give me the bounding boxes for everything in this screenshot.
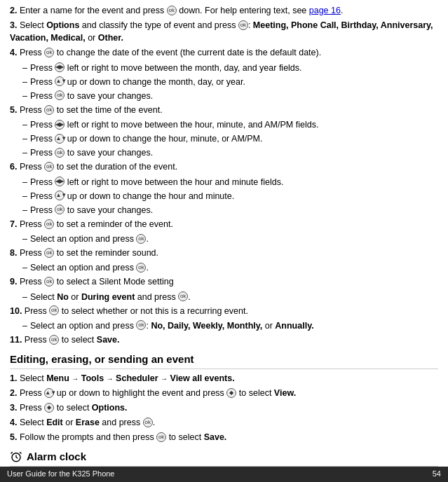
ok-icon-edit4: ok (143, 418, 153, 427)
item-4-dash-3: Press ok to save your changes. (10, 90, 438, 102)
footer-bar: User Guide for the K325 Phone 54 (0, 467, 448, 482)
ok-icon-8a: ok (136, 263, 146, 273)
list-item-9: 9. Press ok to select a Silent Mode sett… (10, 275, 438, 288)
page: 2. Enter a name for the event and press … (0, 0, 448, 482)
nav-icon-5b: ▲▼ (55, 134, 65, 144)
item-6-num: 6. (10, 162, 17, 172)
item-3-num: 3. (10, 20, 17, 30)
list-item-10: 10. Press ok to select whether or not th… (10, 305, 438, 317)
item-9-dash-1: Select No or During event and press ok. (10, 291, 438, 303)
ok-icon-9: ok (44, 277, 54, 287)
nav-icon-4b: ▲▼ (55, 76, 65, 86)
nav-icon-6b: ▲▼ (55, 191, 65, 200)
ok-icon-6: ok (44, 162, 54, 172)
ok-icon-3: ok (238, 20, 248, 30)
item-10-dash-1: Select an option and press ok: No, Daily… (10, 319, 438, 332)
ok-icon-6c: ok (55, 205, 65, 214)
ok-icon-edit5: ok (156, 432, 166, 442)
list-item-8: 8. Press ok to set the reminder sound. (10, 247, 438, 259)
item-4-num: 4. (10, 48, 17, 57)
list-item-5: 5. Press ok to set the time of the event… (10, 104, 438, 116)
edit-5-num: 5. (10, 432, 17, 442)
ok-icon-4c: ok (55, 90, 65, 100)
svg-line-4 (20, 453, 21, 454)
nav-icon-4a: ◀▶ (55, 62, 65, 72)
nav-icon-5a: ◀▶ (55, 120, 65, 130)
item-7-dash-1: Select an option and press ok. (10, 233, 438, 245)
back-icon-edit2: ◆ (226, 388, 236, 398)
content: 2. Enter a name for the event and press … (10, 4, 438, 482)
edit-1-num: 1. (10, 373, 17, 383)
edit-2-num: 2. (10, 388, 17, 398)
item-8-num: 8. (10, 248, 17, 258)
edit-item-2: 2. Press ▲▼ up or down to highlight the … (10, 387, 438, 399)
item-10-num: 10. (10, 306, 22, 316)
item-4-dash-2: Press ▲▼ up or down to change the month,… (10, 76, 438, 88)
ok-icon-4: ok (44, 48, 54, 57)
ok-icon-9a: ok (178, 291, 188, 301)
item-7-num: 7. (10, 219, 17, 229)
item-6-dash-1: Press ◀▶ left or right to move between t… (10, 176, 438, 188)
ok-icon-7: ok (44, 219, 54, 229)
ok-icon-5c: ok (55, 148, 65, 158)
list-item-4: 4. Press ok to change the date of the ev… (10, 46, 438, 59)
alarm-heading-text: Alarm clock (27, 449, 86, 464)
item-5-num: 5. (10, 105, 17, 115)
footer-left: User Guide for the K325 Phone (7, 469, 114, 480)
item-5-dash-2: Press ▲▼ up or down to change the hour, … (10, 132, 438, 145)
list-item-11: 11. Press ok to select Save. (10, 333, 438, 346)
nav-icon-edit2: ▲▼ (44, 388, 54, 398)
item-9-num: 9. (10, 277, 17, 287)
item-11-num: 11. (10, 335, 22, 345)
list-item-2: 2. Enter a name for the event and press … (10, 4, 438, 17)
item-5-dash-1: Press ◀▶ left or right to move between t… (10, 118, 438, 131)
alarm-heading: Alarm clock (10, 449, 438, 467)
alarm-clock-icon (10, 450, 22, 463)
editing-heading: Editing, erasing, or sending an event (10, 352, 438, 369)
list-item-3: 3. Select Options and classify the type … (10, 19, 438, 44)
nav-icon-6a: ◀▶ (55, 177, 65, 186)
ok-icon-10a: ok (136, 320, 146, 330)
item-8-dash-1: Select an option and press ok. (10, 261, 438, 274)
item-4-dash-1: Press ◀▶ left or right to move between t… (10, 62, 438, 74)
ok-icon-11: ok (49, 335, 59, 345)
svg-line-3 (11, 453, 13, 454)
item-6-dash-3: Press ok to save your changes. (10, 204, 438, 216)
ok-icon-5: ok (44, 105, 54, 115)
back-icon-edit3: ◆ (44, 403, 54, 413)
edit-item-4: 4. Select Edit or Erase and press ok. (10, 416, 438, 429)
edit-item-3: 3. Press ◆ to select Options. (10, 401, 438, 414)
ok-icon-8: ok (44, 248, 54, 258)
list-item-6: 6. Press ok to set the duration of the e… (10, 160, 438, 173)
edit-3-num: 3. (10, 403, 17, 413)
ok-icon-10: ok (49, 305, 59, 315)
edit-4-num: 4. (10, 418, 17, 427)
svg-line-2 (16, 457, 18, 459)
list-item-7: 7. Press ok to set a reminder of the eve… (10, 218, 438, 230)
edit-item-1: 1. Select Menu → Tools → Scheduler → Vie… (10, 372, 438, 385)
item-5-dash-3: Press ok to save your changes. (10, 146, 438, 159)
edit-item-5: 5. Follow the prompts and then press ok … (10, 431, 438, 443)
ok-icon: ok (167, 6, 177, 15)
ok-icon-7a: ok (136, 234, 146, 244)
item-6-dash-2: Press ▲▼ up or down to change the hour a… (10, 190, 438, 202)
page-link[interactable]: page 16 (309, 6, 341, 15)
item-2-num: 2. (10, 6, 17, 15)
footer-right: 54 (433, 469, 441, 480)
